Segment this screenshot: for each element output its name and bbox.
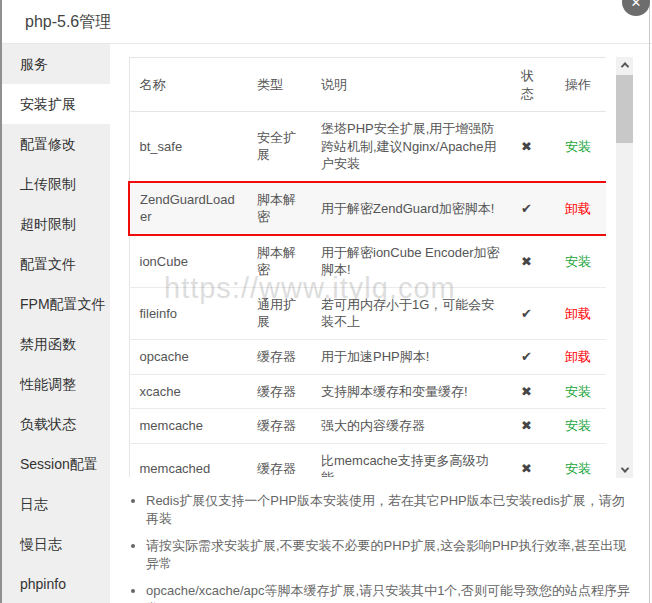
not-installed-x-icon: ✖ [521, 461, 532, 476]
installed-check-icon: ✔ [521, 201, 532, 216]
modal-right-edge [649, 0, 650, 603]
extension-name: memcache [129, 409, 247, 444]
action-cell: 卸载 [555, 340, 606, 375]
close-icon: ✕ [631, 0, 642, 10]
extension-type: 缓存器 [247, 443, 311, 477]
note-item: 请按实际需求安装扩展,不要安装不必要的PHP扩展,这会影响PHP执行效率,甚至出… [146, 537, 637, 573]
extension-name: ionCube [129, 235, 247, 288]
table-row: ionCube脚本解密用于解密ionCube Encoder加密脚本!✖安装 [129, 235, 606, 288]
status-cell: ✖ [511, 374, 555, 409]
note-item: Redis扩展仅支持一个PHP版本安装使用，若在其它PHP版本已安装redis扩… [146, 492, 637, 528]
sidebar-item-8[interactable]: 性能调整 [0, 364, 110, 404]
sidebar-item-5[interactable]: 配置文件 [0, 244, 110, 284]
not-installed-x-icon: ✖ [521, 418, 532, 433]
modal-left-edge [0, 0, 2, 603]
extension-name: fileinfo [129, 287, 247, 339]
table-body: bt_safe安全扩展堡塔PHP安全扩展,用于增强防跨站机制,建议Nginx/A… [129, 112, 606, 477]
chevron-down-icon [620, 464, 628, 472]
column-header: 类型 [247, 58, 311, 112]
installed-check-icon: ✔ [521, 349, 532, 364]
sidebar-item-10[interactable]: Session配置 [0, 444, 110, 484]
install-button[interactable]: 安装 [565, 139, 591, 154]
extension-type: 安全扩展 [247, 112, 311, 182]
extension-type: 缓存器 [247, 340, 311, 375]
extension-description: 若可用内存小于1G，可能会安装不上 [311, 287, 511, 339]
table-row: xcache缓存器支持脚本缓存和变量缓存!✖安装 [129, 374, 606, 409]
extension-type: 脚本解密 [247, 182, 311, 235]
notes-section: Redis扩展仅支持一个PHP版本安装使用，若在其它PHP版本已安装redis扩… [132, 492, 637, 603]
extension-description: 用于解密ZendGuard加密脚本! [311, 182, 511, 235]
extensions-table: 名称类型说明状态操作 bt_safe安全扩展堡塔PHP安全扩展,用于增强防跨站机… [128, 57, 606, 477]
extension-description: 支持脚本缓存和变量缓存! [311, 374, 511, 409]
scroll-down-button[interactable] [616, 462, 633, 478]
install-button[interactable]: 安装 [565, 461, 591, 476]
column-header: 名称 [129, 58, 247, 112]
extension-name: opcache [129, 340, 247, 375]
extension-description: 比memcache支持更多高级功能 [311, 443, 511, 477]
uninstall-button[interactable]: 卸载 [565, 201, 591, 216]
table-row: opcache缓存器用于加速PHP脚本!✔卸载 [129, 340, 606, 375]
table-scrollbar[interactable] [616, 57, 633, 478]
note-item: opcache/xcache/apc等脚本缓存扩展,请只安装其中1个,否则可能导… [146, 582, 637, 603]
sidebar-item-2[interactable]: 配置修改 [0, 124, 110, 164]
sidebar-item-3[interactable]: 上传限制 [0, 164, 110, 204]
sidebar-item-12[interactable]: 慢日志 [0, 524, 110, 564]
table-row: memcached缓存器比memcache支持更多高级功能✖安装 [129, 443, 606, 477]
status-cell: ✔ [511, 182, 555, 235]
modal-header: php-5.6管理 [0, 0, 652, 44]
sidebar-item-9[interactable]: 负载状态 [0, 404, 110, 444]
extension-description: 堡塔PHP安全扩展,用于增强防跨站机制,建议Nginx/Apache用户安装 [311, 112, 511, 182]
sidebar-item-0[interactable]: 服务 [0, 44, 110, 84]
extension-name: memcached [129, 443, 247, 477]
extension-name: ZendGuardLoader [129, 182, 247, 235]
not-installed-x-icon: ✖ [521, 384, 532, 399]
status-cell: ✖ [511, 443, 555, 477]
not-installed-x-icon: ✖ [521, 254, 532, 269]
status-cell: ✖ [511, 235, 555, 288]
php-manage-modal: php-5.6管理 ✕ 服务安装扩展配置修改上传限制超时限制配置文件FPM配置文… [0, 0, 652, 603]
table-header-row: 名称类型说明状态操作 [129, 58, 606, 112]
uninstall-button[interactable]: 卸载 [565, 306, 591, 321]
status-cell: ✖ [511, 112, 555, 182]
extension-name: xcache [129, 374, 247, 409]
action-cell: 安装 [555, 443, 606, 477]
column-header: 操作 [555, 58, 606, 112]
uninstall-button[interactable]: 卸载 [565, 349, 591, 364]
table-row: memcache缓存器强大的内容缓存器✖安装 [129, 409, 606, 444]
action-cell: 安装 [555, 409, 606, 444]
extension-name: bt_safe [129, 112, 247, 182]
scroll-up-button[interactable] [616, 57, 633, 73]
sidebar-item-4[interactable]: 超时限制 [0, 204, 110, 244]
sidebar-item-1[interactable]: 安装扩展 [0, 84, 110, 124]
sidebar-item-7[interactable]: 禁用函数 [0, 324, 110, 364]
status-cell: ✔ [511, 340, 555, 375]
action-cell: 卸载 [555, 182, 606, 235]
status-cell: ✔ [511, 287, 555, 339]
installed-check-icon: ✔ [521, 306, 532, 321]
extension-type: 脚本解密 [247, 235, 311, 288]
sidebar-item-11[interactable]: 日志 [0, 484, 110, 524]
extension-type: 通用扩展 [247, 287, 311, 339]
install-button[interactable]: 安装 [565, 254, 591, 269]
column-header: 状态 [511, 58, 555, 112]
table-row: fileinfo通用扩展若可用内存小于1G，可能会安装不上✔卸载 [129, 287, 606, 339]
sidebar-item-13[interactable]: phpinfo [0, 564, 110, 603]
extension-type: 缓存器 [247, 374, 311, 409]
column-header: 说明 [311, 58, 511, 112]
extension-description: 强大的内容缓存器 [311, 409, 511, 444]
sidebar: 服务安装扩展配置修改上传限制超时限制配置文件FPM配置文件禁用函数性能调整负载状… [0, 44, 110, 603]
status-cell: ✖ [511, 409, 555, 444]
install-button[interactable]: 安装 [565, 418, 591, 433]
table-row: bt_safe安全扩展堡塔PHP安全扩展,用于增强防跨站机制,建议Nginx/A… [129, 112, 606, 182]
scrollbar-thumb[interactable] [616, 75, 633, 143]
chevron-up-icon [620, 62, 628, 70]
notes-list: Redis扩展仅支持一个PHP版本安装使用，若在其它PHP版本已安装redis扩… [132, 492, 637, 603]
sidebar-item-6[interactable]: FPM配置文件 [0, 284, 110, 324]
extension-description: 用于解密ionCube Encoder加密脚本! [311, 235, 511, 288]
install-button[interactable]: 安装 [565, 384, 591, 399]
action-cell: 安装 [555, 235, 606, 288]
extensions-table-wrap: 名称类型说明状态操作 bt_safe安全扩展堡塔PHP安全扩展,用于增强防跨站机… [128, 57, 606, 477]
extension-type: 缓存器 [247, 409, 311, 444]
action-cell: 卸载 [555, 287, 606, 339]
extension-description: 用于加速PHP脚本! [311, 340, 511, 375]
